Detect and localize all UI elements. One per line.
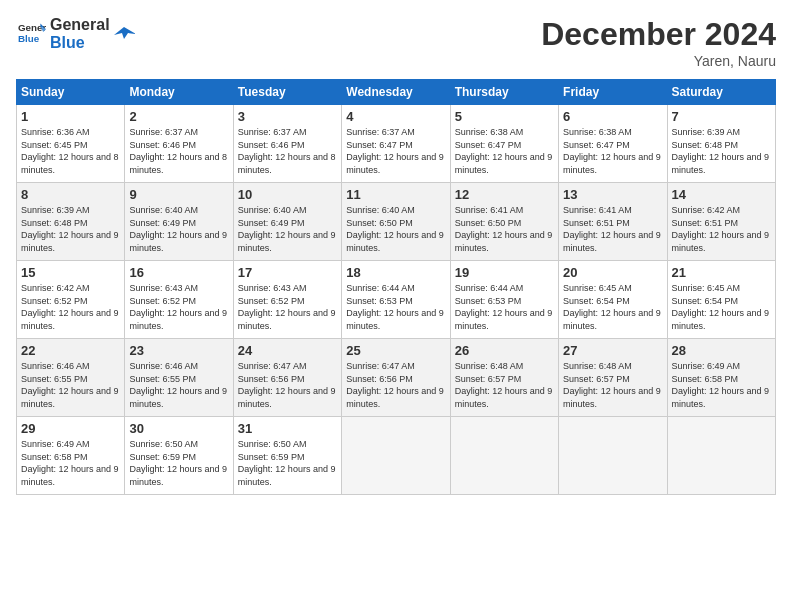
calendar-day-cell: 10Sunrise: 6:40 AMSunset: 6:49 PMDayligh…: [233, 183, 341, 261]
col-wednesday: Wednesday: [342, 80, 450, 105]
calendar-day-cell: 11Sunrise: 6:40 AMSunset: 6:50 PMDayligh…: [342, 183, 450, 261]
logo: General Blue General Blue: [16, 16, 136, 52]
day-info: Sunrise: 6:40 AMSunset: 6:50 PMDaylight:…: [346, 204, 445, 254]
day-number: 1: [21, 109, 120, 124]
calendar-day-cell: 26Sunrise: 6:48 AMSunset: 6:57 PMDayligh…: [450, 339, 558, 417]
day-number: 27: [563, 343, 662, 358]
logo-icon: General Blue: [18, 18, 46, 46]
calendar-day-cell: 17Sunrise: 6:43 AMSunset: 6:52 PMDayligh…: [233, 261, 341, 339]
day-info: Sunrise: 6:47 AMSunset: 6:56 PMDaylight:…: [238, 360, 337, 410]
calendar-day-cell: 5Sunrise: 6:38 AMSunset: 6:47 PMDaylight…: [450, 105, 558, 183]
day-number: 15: [21, 265, 120, 280]
day-info: Sunrise: 6:48 AMSunset: 6:57 PMDaylight:…: [455, 360, 554, 410]
calendar-day-cell: 2Sunrise: 6:37 AMSunset: 6:46 PMDaylight…: [125, 105, 233, 183]
calendar-day-cell: 13Sunrise: 6:41 AMSunset: 6:51 PMDayligh…: [559, 183, 667, 261]
day-number: 30: [129, 421, 228, 436]
calendar-day-cell: 21Sunrise: 6:45 AMSunset: 6:54 PMDayligh…: [667, 261, 775, 339]
calendar-day-cell: 20Sunrise: 6:45 AMSunset: 6:54 PMDayligh…: [559, 261, 667, 339]
calendar-day-cell: [450, 417, 558, 495]
calendar-day-cell: 28Sunrise: 6:49 AMSunset: 6:58 PMDayligh…: [667, 339, 775, 417]
day-info: Sunrise: 6:43 AMSunset: 6:52 PMDaylight:…: [129, 282, 228, 332]
location: Yaren, Nauru: [541, 53, 776, 69]
calendar-day-cell: 15Sunrise: 6:42 AMSunset: 6:52 PMDayligh…: [17, 261, 125, 339]
col-saturday: Saturday: [667, 80, 775, 105]
day-info: Sunrise: 6:43 AMSunset: 6:52 PMDaylight:…: [238, 282, 337, 332]
month-title: December 2024: [541, 16, 776, 53]
day-info: Sunrise: 6:49 AMSunset: 6:58 PMDaylight:…: [672, 360, 771, 410]
logo-general: General: [50, 16, 110, 34]
day-number: 19: [455, 265, 554, 280]
calendar-day-cell: 19Sunrise: 6:44 AMSunset: 6:53 PMDayligh…: [450, 261, 558, 339]
calendar-day-cell: 6Sunrise: 6:38 AMSunset: 6:47 PMDaylight…: [559, 105, 667, 183]
day-number: 31: [238, 421, 337, 436]
calendar-day-cell: 25Sunrise: 6:47 AMSunset: 6:56 PMDayligh…: [342, 339, 450, 417]
day-number: 3: [238, 109, 337, 124]
col-monday: Monday: [125, 80, 233, 105]
day-info: Sunrise: 6:36 AMSunset: 6:45 PMDaylight:…: [21, 126, 120, 176]
calendar-week-row: 8Sunrise: 6:39 AMSunset: 6:48 PMDaylight…: [17, 183, 776, 261]
day-info: Sunrise: 6:37 AMSunset: 6:47 PMDaylight:…: [346, 126, 445, 176]
calendar-day-cell: 14Sunrise: 6:42 AMSunset: 6:51 PMDayligh…: [667, 183, 775, 261]
calendar-day-cell: 9Sunrise: 6:40 AMSunset: 6:49 PMDaylight…: [125, 183, 233, 261]
calendar-day-cell: 12Sunrise: 6:41 AMSunset: 6:50 PMDayligh…: [450, 183, 558, 261]
day-number: 7: [672, 109, 771, 124]
col-thursday: Thursday: [450, 80, 558, 105]
day-number: 24: [238, 343, 337, 358]
calendar-day-cell: 16Sunrise: 6:43 AMSunset: 6:52 PMDayligh…: [125, 261, 233, 339]
day-info: Sunrise: 6:41 AMSunset: 6:51 PMDaylight:…: [563, 204, 662, 254]
day-info: Sunrise: 6:50 AMSunset: 6:59 PMDaylight:…: [129, 438, 228, 488]
svg-marker-4: [114, 27, 136, 39]
calendar-day-cell: [559, 417, 667, 495]
calendar-day-cell: 24Sunrise: 6:47 AMSunset: 6:56 PMDayligh…: [233, 339, 341, 417]
day-number: 6: [563, 109, 662, 124]
day-info: Sunrise: 6:38 AMSunset: 6:47 PMDaylight:…: [563, 126, 662, 176]
day-number: 14: [672, 187, 771, 202]
day-number: 17: [238, 265, 337, 280]
day-info: Sunrise: 6:38 AMSunset: 6:47 PMDaylight:…: [455, 126, 554, 176]
day-info: Sunrise: 6:42 AMSunset: 6:52 PMDaylight:…: [21, 282, 120, 332]
day-number: 23: [129, 343, 228, 358]
day-number: 25: [346, 343, 445, 358]
day-number: 18: [346, 265, 445, 280]
day-info: Sunrise: 6:47 AMSunset: 6:56 PMDaylight:…: [346, 360, 445, 410]
day-info: Sunrise: 6:37 AMSunset: 6:46 PMDaylight:…: [238, 126, 337, 176]
calendar-week-row: 1Sunrise: 6:36 AMSunset: 6:45 PMDaylight…: [17, 105, 776, 183]
day-number: 28: [672, 343, 771, 358]
calendar-day-cell: 7Sunrise: 6:39 AMSunset: 6:48 PMDaylight…: [667, 105, 775, 183]
col-sunday: Sunday: [17, 80, 125, 105]
day-number: 5: [455, 109, 554, 124]
day-number: 21: [672, 265, 771, 280]
col-friday: Friday: [559, 80, 667, 105]
day-info: Sunrise: 6:40 AMSunset: 6:49 PMDaylight:…: [129, 204, 228, 254]
calendar-day-cell: 22Sunrise: 6:46 AMSunset: 6:55 PMDayligh…: [17, 339, 125, 417]
svg-text:Blue: Blue: [18, 33, 40, 44]
calendar-page: General Blue General Blue December 2024 …: [0, 0, 792, 612]
day-info: Sunrise: 6:46 AMSunset: 6:55 PMDaylight:…: [21, 360, 120, 410]
logo-blue: Blue: [50, 34, 110, 52]
day-number: 9: [129, 187, 228, 202]
day-number: 11: [346, 187, 445, 202]
day-number: 22: [21, 343, 120, 358]
day-info: Sunrise: 6:45 AMSunset: 6:54 PMDaylight:…: [672, 282, 771, 332]
day-info: Sunrise: 6:46 AMSunset: 6:55 PMDaylight:…: [129, 360, 228, 410]
calendar-day-cell: 23Sunrise: 6:46 AMSunset: 6:55 PMDayligh…: [125, 339, 233, 417]
calendar-week-row: 22Sunrise: 6:46 AMSunset: 6:55 PMDayligh…: [17, 339, 776, 417]
header: General Blue General Blue December 2024 …: [16, 16, 776, 69]
calendar-day-cell: 4Sunrise: 6:37 AMSunset: 6:47 PMDaylight…: [342, 105, 450, 183]
calendar-day-cell: 18Sunrise: 6:44 AMSunset: 6:53 PMDayligh…: [342, 261, 450, 339]
calendar-day-cell: 31Sunrise: 6:50 AMSunset: 6:59 PMDayligh…: [233, 417, 341, 495]
day-info: Sunrise: 6:44 AMSunset: 6:53 PMDaylight:…: [346, 282, 445, 332]
calendar-header-row: Sunday Monday Tuesday Wednesday Thursday…: [17, 80, 776, 105]
logo-bird-icon: [114, 23, 136, 45]
day-number: 8: [21, 187, 120, 202]
day-number: 13: [563, 187, 662, 202]
col-tuesday: Tuesday: [233, 80, 341, 105]
calendar-day-cell: 29Sunrise: 6:49 AMSunset: 6:58 PMDayligh…: [17, 417, 125, 495]
day-number: 4: [346, 109, 445, 124]
day-number: 12: [455, 187, 554, 202]
calendar-day-cell: [342, 417, 450, 495]
day-info: Sunrise: 6:40 AMSunset: 6:49 PMDaylight:…: [238, 204, 337, 254]
day-info: Sunrise: 6:41 AMSunset: 6:50 PMDaylight:…: [455, 204, 554, 254]
day-info: Sunrise: 6:42 AMSunset: 6:51 PMDaylight:…: [672, 204, 771, 254]
day-number: 20: [563, 265, 662, 280]
